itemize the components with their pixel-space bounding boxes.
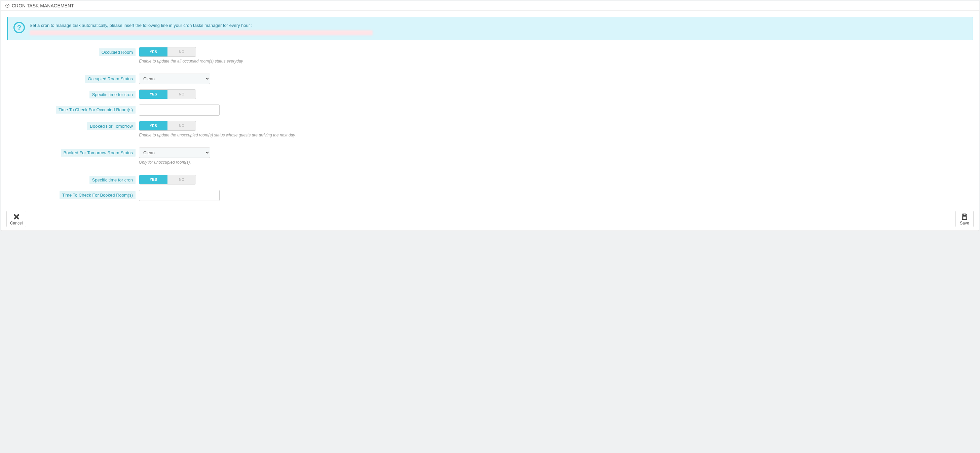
panel-title: CRON TASK MANAGEMENT: [12, 3, 74, 8]
save-button[interactable]: Save: [955, 211, 974, 227]
cron-alert: ? Set a cron to manage task automaticall…: [7, 17, 973, 40]
help-booked-tomorrow: Enable to update the unoccupied room(s) …: [139, 133, 973, 138]
row-specific-time-2: Specific time for cron YES NO: [7, 174, 973, 184]
close-icon: [13, 213, 20, 220]
label-specific-time-1: Specific time for cron: [89, 91, 135, 98]
toggle-yes[interactable]: YES: [139, 175, 167, 184]
cron-panel: CRON TASK MANAGEMENT ? Set a cron to man…: [1, 1, 979, 231]
label-time-occupied: Time To Check For Occupied Room(s): [56, 106, 135, 114]
toggle-no[interactable]: NO: [167, 175, 196, 184]
label-specific-time-2: Specific time for cron: [89, 176, 135, 184]
row-time-booked: Time To Check For Booked Room(s): [7, 189, 973, 201]
row-booked-tomorrow-status: Booked For Tomorrow Room Status Clean On…: [7, 147, 973, 165]
cancel-button[interactable]: Cancel: [6, 211, 26, 227]
toggle-yes[interactable]: YES: [139, 121, 167, 130]
panel-body: ? Set a cron to manage task automaticall…: [1, 11, 979, 201]
input-time-occupied[interactable]: [139, 105, 220, 116]
redacted-cron-line: [30, 30, 372, 35]
toggle-occupied-room[interactable]: YES NO: [139, 47, 196, 57]
svg-text:?: ?: [17, 24, 21, 31]
row-occupied-room: Occupied Room YES NO Enable to update th…: [7, 46, 973, 63]
toggle-specific-time-1[interactable]: YES NO: [139, 89, 196, 99]
panel-footer: Cancel Save: [1, 207, 979, 231]
row-occupied-room-status: Occupied Room Status Clean: [7, 73, 973, 84]
toggle-no[interactable]: NO: [167, 121, 196, 130]
row-booked-tomorrow: Booked For Tomorrow YES NO Enable to upd…: [7, 120, 973, 138]
row-time-occupied: Time To Check For Occupied Room(s): [7, 104, 973, 116]
select-occupied-room-status[interactable]: Clean: [139, 74, 210, 84]
label-time-booked: Time To Check For Booked Room(s): [59, 191, 135, 199]
clock-icon: [5, 3, 10, 8]
toggle-yes[interactable]: YES: [139, 90, 167, 99]
svg-rect-4: [963, 217, 966, 219]
save-label: Save: [959, 221, 970, 225]
alert-text: Set a cron to manage task automatically,…: [30, 22, 372, 35]
select-booked-tomorrow-status[interactable]: Clean: [139, 147, 210, 158]
question-icon: ?: [13, 22, 25, 33]
toggle-no[interactable]: NO: [167, 48, 196, 57]
toggle-yes[interactable]: YES: [139, 48, 167, 57]
svg-rect-3: [963, 214, 966, 215]
panel-heading: CRON TASK MANAGEMENT: [1, 1, 979, 11]
input-time-booked[interactable]: [139, 190, 220, 201]
help-booked-tomorrow-status: Only for unoccupied room(s).: [139, 160, 973, 165]
label-occupied-room: Occupied Room: [99, 48, 135, 56]
alert-line: Set a cron to manage task automatically,…: [30, 23, 252, 28]
save-icon: [961, 213, 968, 220]
toggle-specific-time-2[interactable]: YES NO: [139, 175, 196, 184]
label-occupied-room-status: Occupied Room Status: [85, 75, 135, 83]
label-booked-tomorrow-status: Booked For Tomorrow Room Status: [61, 149, 135, 157]
label-booked-tomorrow: Booked For Tomorrow: [87, 122, 135, 130]
toggle-booked-tomorrow[interactable]: YES NO: [139, 121, 196, 131]
help-occupied-room: Enable to update the all occupied room(s…: [139, 59, 973, 63]
row-specific-time-1: Specific time for cron YES NO: [7, 89, 973, 99]
toggle-no[interactable]: NO: [167, 90, 196, 99]
cancel-label: Cancel: [10, 221, 22, 225]
